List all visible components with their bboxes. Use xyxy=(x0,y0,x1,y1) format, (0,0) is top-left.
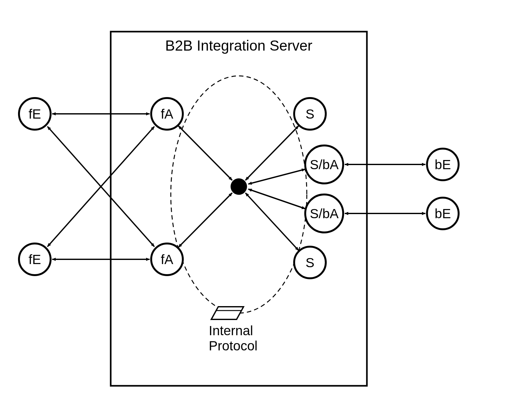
protocol-label-2: Protocol xyxy=(209,338,257,353)
svg-text:S/bA: S/bA xyxy=(310,157,338,172)
node-be2: bE xyxy=(427,198,459,229)
protocol-label-1: Internal xyxy=(209,323,253,338)
node-fe2: fE xyxy=(19,243,51,275)
node-sba1: S/bA xyxy=(305,145,343,183)
protocol-icon xyxy=(211,307,244,319)
node-s2: S xyxy=(294,247,326,278)
svg-text:fA: fA xyxy=(161,107,173,121)
node-fa1: fA xyxy=(151,98,183,130)
svg-text:fA: fA xyxy=(161,252,173,267)
svg-text:fE: fE xyxy=(28,252,41,267)
diagram-canvas: B2B Integration Server fE fE fA fA S S/b… xyxy=(0,0,532,413)
svg-text:bE: bE xyxy=(435,157,451,172)
node-be1: bE xyxy=(427,149,459,180)
node-fa2: fA xyxy=(151,243,183,275)
svg-text:S: S xyxy=(306,255,314,270)
svg-text:fE: fE xyxy=(28,107,41,121)
svg-text:S: S xyxy=(306,107,314,121)
server-title: B2B Integration Server xyxy=(165,37,312,54)
edge-fa1-hub xyxy=(178,126,232,180)
svg-text:S/bA: S/bA xyxy=(310,206,338,221)
svg-text:bE: bE xyxy=(435,206,451,221)
node-fe1: fE xyxy=(19,98,51,130)
node-sba2: S/bA xyxy=(305,194,343,232)
edge-hub-s2 xyxy=(245,193,299,250)
edge-fa2-hub xyxy=(178,193,232,247)
hub-node xyxy=(231,178,247,195)
node-s1: S xyxy=(294,98,326,130)
edge-hub-sba1 xyxy=(248,169,305,184)
edge-hub-s1 xyxy=(245,126,299,180)
